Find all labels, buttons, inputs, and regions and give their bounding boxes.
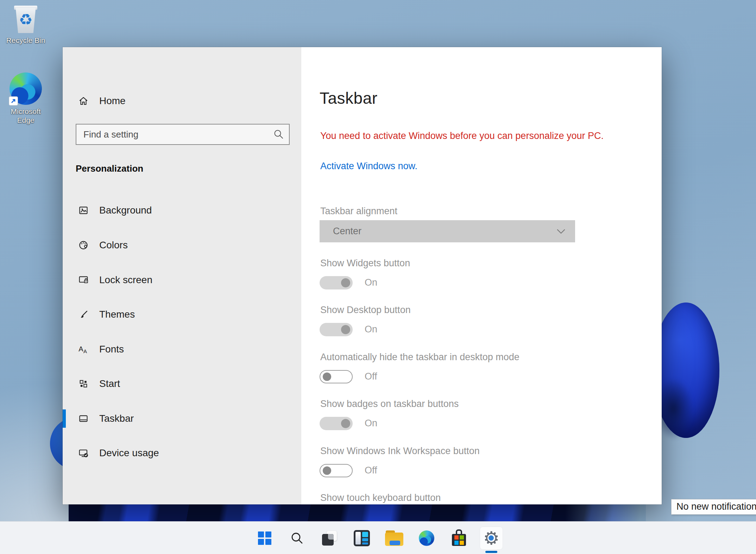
sidebar-item-label: Device usage bbox=[99, 447, 159, 459]
store-icon bbox=[451, 529, 467, 547]
start-button[interactable] bbox=[253, 527, 276, 549]
toggle-knob bbox=[341, 278, 350, 287]
fonts-icon: A A bbox=[78, 344, 89, 355]
desktop-button-toggle[interactable] bbox=[320, 323, 353, 336]
device-usage-icon bbox=[78, 448, 89, 458]
image-icon bbox=[78, 205, 89, 216]
toggle-state: Off bbox=[365, 371, 377, 382]
toggle-knob bbox=[341, 325, 350, 334]
start-icon bbox=[258, 531, 271, 545]
store-button[interactable] bbox=[448, 527, 470, 549]
shortcut-arrow-icon bbox=[9, 96, 18, 106]
edge-icon bbox=[419, 530, 434, 546]
edge-button[interactable] bbox=[415, 527, 438, 549]
taskbar-search-button[interactable] bbox=[286, 527, 308, 549]
search-box bbox=[76, 124, 290, 145]
setting-label: Show badges on taskbar buttons bbox=[320, 399, 459, 409]
taskbar: ⚙ ENG UK 7:1 bbox=[0, 521, 756, 554]
brush-icon bbox=[78, 309, 89, 320]
start-grid-icon bbox=[78, 378, 89, 389]
setting-label: Automatically hide the taskbar in deskto… bbox=[320, 352, 519, 363]
setting-label: Show Windows Ink Workspace button bbox=[320, 446, 480, 457]
toggle-knob bbox=[341, 419, 350, 428]
file-explorer-button[interactable] bbox=[383, 527, 405, 549]
settings-content: Taskbar You need to activate Windows bef… bbox=[301, 47, 662, 504]
page-title: Taskbar bbox=[320, 89, 378, 108]
widgets-toggle[interactable] bbox=[320, 276, 353, 289]
desktop-icon-label: Microsoft Edge bbox=[3, 107, 49, 125]
setting-label: Show Desktop button bbox=[320, 305, 411, 316]
sidebar: Home Personalization Background bbox=[63, 47, 301, 504]
settings-gear-icon: ⚙ bbox=[482, 529, 500, 547]
sidebar-item-device-usage[interactable]: Device usage bbox=[63, 442, 301, 464]
sidebar-item-label: Background bbox=[99, 205, 152, 216]
settings-button[interactable]: ⚙ bbox=[480, 527, 503, 549]
desktop-icon-recycle-bin[interactable]: ♻ Recycle Bin bbox=[3, 5, 49, 45]
touch-keyboard-label: Show touch keyboard button bbox=[320, 492, 441, 503]
widgets-button[interactable] bbox=[351, 527, 373, 549]
recycle-bin-icon: ♻ bbox=[13, 5, 38, 34]
widgets-icon bbox=[354, 530, 370, 546]
sidebar-item-label: Taskbar bbox=[99, 413, 134, 424]
taskbar-alignment-dropdown[interactable]: Center bbox=[320, 220, 575, 242]
activation-warning: You need to activate Windows before you … bbox=[320, 130, 604, 141]
desktop-icon-edge[interactable]: Microsoft Edge bbox=[3, 72, 49, 125]
sidebar-item-label: Fonts bbox=[99, 344, 124, 355]
search-icon bbox=[273, 129, 284, 140]
sidebar-item-label: Themes bbox=[99, 309, 135, 320]
sidebar-item-fonts[interactable]: A A Fonts bbox=[63, 338, 301, 360]
lock-screen-icon bbox=[78, 275, 89, 285]
task-view-button[interactable] bbox=[318, 527, 341, 549]
setting-row-auto-hide: Automatically hide the taskbar in deskto… bbox=[320, 352, 636, 396]
setting-row-desktop-button: Show Desktop button On bbox=[320, 305, 636, 349]
setting-row-ink-workspace: Show Windows Ink Workspace button Off bbox=[320, 446, 636, 490]
badges-toggle[interactable] bbox=[320, 417, 353, 430]
ink-workspace-toggle[interactable] bbox=[320, 464, 353, 477]
search-icon bbox=[290, 531, 304, 545]
search-input[interactable] bbox=[76, 124, 290, 145]
palette-icon bbox=[78, 240, 89, 250]
setting-row-badges: Show badges on taskbar buttons On bbox=[320, 399, 636, 442]
sidebar-item-label: Colors bbox=[99, 240, 128, 251]
setting-row-widgets: Show Widgets button On bbox=[320, 258, 636, 302]
sidebar-section-header: Personalization bbox=[76, 163, 143, 174]
taskbar-rect-icon bbox=[78, 413, 89, 424]
selected-indicator bbox=[63, 409, 66, 428]
settings-window: Settings Home Personalization Ba bbox=[63, 47, 662, 504]
home-icon bbox=[78, 96, 89, 106]
sidebar-item-label: Lock screen bbox=[99, 274, 152, 286]
desktop-icon-label: Recycle Bin bbox=[3, 36, 49, 45]
sidebar-item-background[interactable]: Background bbox=[63, 199, 301, 221]
sidebar-item-label: Start bbox=[99, 378, 120, 389]
chevron-down-icon bbox=[557, 229, 565, 234]
sidebar-item-label: Home bbox=[99, 95, 126, 107]
svg-text:A: A bbox=[83, 348, 87, 354]
svg-text:A: A bbox=[78, 345, 83, 353]
toggle-knob bbox=[323, 466, 331, 475]
toggle-state: On bbox=[365, 324, 377, 335]
auto-hide-toggle[interactable] bbox=[320, 370, 353, 383]
sidebar-item-start[interactable]: Start bbox=[63, 373, 301, 395]
sidebar-item-lock-screen[interactable]: Lock screen bbox=[63, 269, 301, 291]
taskbar-alignment-label: Taskbar alignment bbox=[320, 206, 397, 217]
task-view-icon bbox=[321, 530, 338, 546]
edge-icon bbox=[10, 72, 42, 105]
file-explorer-icon bbox=[385, 530, 403, 546]
toggle-knob bbox=[323, 372, 331, 381]
sidebar-item-colors[interactable]: Colors bbox=[63, 234, 301, 256]
setting-label: Show Widgets button bbox=[320, 258, 410, 269]
dropdown-value: Center bbox=[333, 226, 361, 237]
sidebar-item-taskbar[interactable]: Taskbar bbox=[63, 408, 301, 429]
toggle-state: Off bbox=[365, 465, 377, 476]
toggle-state: On bbox=[365, 418, 377, 429]
sidebar-item-home[interactable]: Home bbox=[63, 90, 301, 112]
sidebar-item-themes[interactable]: Themes bbox=[63, 304, 301, 325]
activate-windows-link[interactable]: Activate Windows now. bbox=[320, 161, 417, 172]
active-app-indicator bbox=[485, 551, 497, 553]
toggle-state: On bbox=[365, 277, 377, 288]
notification-tooltip: No new notifications bbox=[671, 499, 756, 515]
